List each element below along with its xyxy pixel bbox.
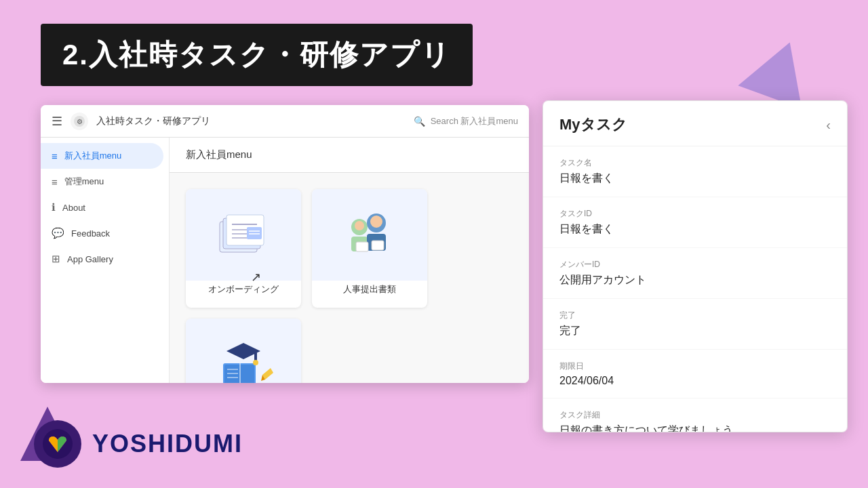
panel-header: Myタスク ‹ — [543, 101, 847, 146]
task-field-name: タスク名 日報を書く — [543, 146, 847, 197]
cursor-pointer: ↗ — [251, 270, 261, 285]
gallery-icon: ⊞ — [52, 253, 60, 265]
app-body: ≡ 新入社員menu ≡ 管理menu ℹ About 💬 Feedback ⊞… — [41, 138, 529, 383]
brand-area: YOSHIDUMI — [34, 420, 243, 468]
panel-close-button[interactable]: ‹ — [826, 117, 831, 133]
task-field-member: メンバーID 公開用アカウント — [543, 248, 847, 299]
content-header: 新入社員menu — [170, 138, 529, 173]
app-title: 入社時タスク・研修アプリ — [96, 115, 210, 127]
bg-triangle-1 — [738, 30, 821, 108]
sidebar-icon-new-employee: ≡ — [52, 150, 58, 162]
main-content: 新入社員menu — [170, 138, 529, 383]
title-banner: 2.入社時タスク・研修アプリ — [41, 24, 473, 86]
member-id-label: メンバーID — [559, 259, 831, 270]
card-onboarding[interactable]: オンボーディング — [186, 189, 301, 308]
info-icon: ℹ — [52, 201, 56, 214]
search-icon: 🔍 — [414, 116, 425, 127]
sidebar-item-new-employee[interactable]: ≡ 新入社員menu — [41, 143, 163, 169]
search-placeholder-text: Search 新入社員menu — [431, 115, 518, 127]
complete-value: 完了 — [559, 324, 831, 338]
card-image-training — [186, 319, 301, 383]
detail-label: タスク詳細 — [559, 409, 831, 421]
member-id-value: 公開用アカウント — [559, 273, 831, 287]
task-field-complete: 完了 完了 — [543, 299, 847, 350]
app-logo-icon: ⚙ — [71, 113, 88, 130]
card-training[interactable]: 研修用資料 — [186, 319, 301, 383]
deadline-value: 2024/06/04 — [559, 375, 831, 387]
page-title: 2.入社時タスク・研修アプリ — [62, 36, 451, 74]
svg-rect-18 — [356, 242, 368, 251]
hamburger-icon[interactable]: ☰ — [52, 114, 62, 129]
content-title: 新入社員menu — [186, 148, 252, 160]
brand-logo — [34, 420, 81, 468]
svg-text:⚙: ⚙ — [77, 118, 83, 125]
svg-point-28 — [253, 360, 258, 365]
task-field-deadline: 期限日 2024/06/04 — [543, 350, 847, 399]
detail-value: 日報の書き方について学びましょう — [559, 424, 831, 432]
svg-rect-9 — [247, 227, 262, 239]
task-id-label: タスクID — [559, 208, 831, 220]
sidebar-label-gallery: App Gallery — [67, 254, 113, 264]
svg-point-14 — [355, 221, 364, 230]
brand-name: YOSHIDUMI — [92, 430, 243, 458]
card-image-onboarding — [186, 189, 301, 281]
search-area[interactable]: 🔍 Search 新入社員menu — [414, 115, 518, 127]
sidebar-icon-admin: ≡ — [52, 176, 58, 188]
sidebar-item-admin[interactable]: ≡ 管理menu — [41, 169, 169, 195]
card-label-hr: 人事提出書類 — [343, 283, 396, 296]
card-hr-docs[interactable]: 人事提出書類 — [312, 189, 427, 308]
task-name-label: タスク名 — [559, 157, 831, 169]
sidebar-label-about: About — [62, 203, 85, 213]
svg-rect-22 — [239, 363, 241, 384]
task-name-value: 日報を書く — [559, 171, 831, 186]
sidebar: ≡ 新入社員menu ≡ 管理menu ℹ About 💬 Feedback ⊞… — [41, 138, 170, 383]
svg-point-17 — [370, 216, 382, 228]
card-label-onboarding: オンボーディング — [208, 283, 279, 296]
task-field-detail: タスク詳細 日報の書き方について学びましょう — [543, 399, 847, 432]
app-header: ☰ ⚙ 入社時タスク・研修アプリ 🔍 Search 新入社員menu — [41, 105, 529, 138]
panel-title: Myタスク — [559, 115, 627, 135]
svg-rect-19 — [372, 241, 384, 250]
sidebar-label-new-employee: 新入社員menu — [64, 150, 122, 162]
my-tasks-panel: Myタスク ‹ タスク名 日報を書く タスクID 日報を書く メンバーID 公開… — [542, 100, 848, 432]
sidebar-label-feedback: Feedback — [71, 228, 110, 239]
feedback-icon: 💬 — [52, 227, 64, 239]
sidebar-item-feedback[interactable]: 💬 Feedback — [41, 220, 169, 246]
sidebar-label-admin: 管理menu — [64, 176, 104, 188]
deadline-label: 期限日 — [559, 361, 831, 372]
complete-label: 完了 — [559, 310, 831, 321]
app-window: ☰ ⚙ 入社時タスク・研修アプリ 🔍 Search 新入社員menu ≡ 新入社… — [41, 105, 529, 383]
cards-area: オンボーディング — [170, 173, 529, 383]
task-field-id: タスクID 日報を書く — [543, 197, 847, 248]
task-id-value: 日報を書く — [559, 222, 831, 237]
sidebar-item-about[interactable]: ℹ About — [41, 195, 169, 220]
sidebar-item-gallery[interactable]: ⊞ App Gallery — [41, 246, 169, 272]
card-image-hr — [312, 189, 427, 281]
